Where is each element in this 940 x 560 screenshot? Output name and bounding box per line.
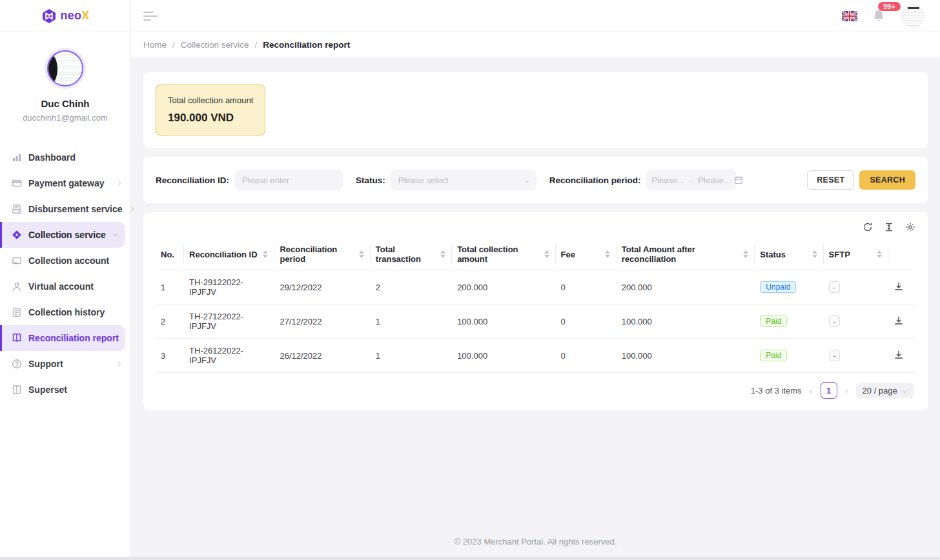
sort-icon[interactable] bbox=[544, 250, 551, 258]
prev-page-icon[interactable]: ‹ bbox=[810, 386, 813, 395]
reconciliation-report-icon bbox=[11, 333, 22, 344]
sidebar-item-label: Superset bbox=[28, 385, 123, 395]
status-select[interactable]: Please select ⌄ bbox=[391, 170, 536, 190]
total-collection-amount: 200.000 bbox=[452, 270, 555, 305]
reconciliation-id: TH-27122022-IPJFJV bbox=[184, 305, 274, 339]
total-collection-amount-box: Total collection amount 190.000 VND bbox=[156, 85, 265, 135]
sftp-tag: - bbox=[829, 315, 841, 327]
breadcrumb-item-home[interactable]: Home bbox=[143, 40, 167, 50]
reset-button[interactable]: RESET bbox=[807, 170, 854, 190]
summary-card: Total collection amount 190.000 VND bbox=[143, 72, 928, 148]
row-height-icon[interactable] bbox=[883, 221, 894, 232]
download-icon[interactable] bbox=[894, 281, 905, 293]
user-profile: Duc Chinh ducchinh1@gmail.com bbox=[0, 32, 130, 134]
footer-copyright: © 2023 Merchant Portal. All rights reser… bbox=[143, 528, 928, 560]
virtual-account-icon bbox=[11, 281, 22, 292]
logo[interactable]: neoX bbox=[0, 0, 130, 32]
horizontal-scrollbar[interactable] bbox=[0, 557, 940, 560]
column-label: No. bbox=[161, 250, 174, 259]
sftp-cell: - bbox=[824, 270, 888, 305]
total-amount-after-reconciliation: 100.000 bbox=[617, 305, 755, 339]
sidebar-item-dashboard[interactable]: Dashboard bbox=[0, 145, 130, 170]
sidebar-item-virtual-account[interactable]: Virtual account bbox=[0, 274, 130, 299]
language-flag-uk[interactable] bbox=[842, 11, 857, 21]
column-header-sftp[interactable]: SFTP bbox=[824, 239, 888, 270]
notification-badge: 99+ bbox=[878, 2, 901, 11]
actions-cell bbox=[888, 305, 915, 339]
sort-icon[interactable] bbox=[877, 250, 883, 258]
column-header-total-collection-amount[interactable]: Total collection amount bbox=[452, 239, 555, 270]
status-label: Status: bbox=[356, 175, 385, 185]
column-label: Total Amount after reconciliation bbox=[622, 245, 740, 264]
table-toolbar bbox=[156, 221, 915, 232]
actions-cell bbox=[888, 270, 915, 305]
logo-text: neoX bbox=[61, 9, 90, 23]
column-header-total-transaction[interactable]: Total transaction bbox=[371, 239, 452, 270]
menu-toggle-icon[interactable] bbox=[143, 12, 158, 21]
breadcrumb-separator: / bbox=[172, 40, 175, 50]
breadcrumb-item-reconciliation-report: Reconciliation report bbox=[263, 40, 350, 50]
pagination-summary: 1-3 of 3 items bbox=[751, 386, 802, 395]
next-page-icon[interactable]: › bbox=[845, 386, 848, 395]
calendar-icon bbox=[734, 175, 743, 185]
download-icon[interactable] bbox=[894, 350, 905, 361]
column-label: Reconciliation period bbox=[280, 245, 354, 264]
user-avatar[interactable] bbox=[45, 48, 86, 89]
disbursement-service-icon bbox=[11, 204, 22, 215]
settings-gear-icon[interactable] bbox=[904, 221, 915, 232]
period-end-placeholder: Please... bbox=[698, 175, 731, 185]
status-cell: Paid bbox=[755, 339, 823, 373]
sftp-tag: - bbox=[829, 281, 841, 293]
range-arrow-icon: → bbox=[688, 176, 695, 184]
reconciliation-id: TH-26122022-IPJFJV bbox=[184, 339, 274, 373]
sidebar-item-label: Support bbox=[28, 359, 110, 369]
search-button[interactable]: SEARCH bbox=[859, 170, 915, 190]
row-no: 2 bbox=[156, 305, 184, 339]
sidebar-item-reconciliation-report[interactable]: Reconciliation report bbox=[0, 325, 125, 351]
reconciliation-period: 29/12/2022 bbox=[274, 270, 370, 305]
column-header-reconciliation-period[interactable]: Reconciliation period bbox=[274, 239, 370, 270]
reconciliation-id-input[interactable] bbox=[234, 170, 343, 190]
sidebar-item-collection-service[interactable]: Collection service bbox=[0, 222, 125, 248]
page-size-select[interactable]: 20 / page ⌄ bbox=[856, 383, 914, 398]
topbar-avatar[interactable] bbox=[901, 5, 925, 28]
reconciliation-id-label: Reconciliation ID: bbox=[156, 175, 229, 185]
reconciliation-period-range-picker[interactable]: Please... → Please... bbox=[646, 170, 737, 190]
sidebar-item-disbursement-service[interactable]: Disbursement service bbox=[0, 196, 130, 222]
column-header-fee[interactable]: Fee bbox=[556, 239, 617, 270]
column-header-total-amount-after-reconciliation[interactable]: Total Amount after reconciliation bbox=[617, 239, 755, 270]
status-badge: Paid bbox=[760, 350, 787, 361]
total-transaction: 1 bbox=[371, 339, 452, 373]
sidebar-item-support[interactable]: Support bbox=[0, 351, 130, 377]
collection-service-icon bbox=[11, 230, 22, 241]
reconciliation-period: 26/12/2022 bbox=[274, 339, 370, 373]
sort-icon[interactable] bbox=[743, 250, 750, 258]
current-page-button[interactable]: 1 bbox=[821, 382, 837, 399]
breadcrumb-item-collection-service[interactable]: Collection service bbox=[181, 40, 249, 50]
sort-icon[interactable] bbox=[812, 250, 819, 258]
sidebar-item-collection-history[interactable]: Collection history bbox=[0, 299, 130, 325]
status-select-placeholder: Please select bbox=[398, 175, 524, 185]
column-header-reconciliation-id[interactable]: Reconciliation ID bbox=[184, 239, 274, 270]
collection-history-icon bbox=[11, 307, 22, 318]
dashboard-icon bbox=[11, 152, 22, 163]
sort-icon[interactable] bbox=[263, 250, 269, 258]
refresh-icon[interactable] bbox=[862, 221, 873, 232]
notifications-bell-icon[interactable]: 99+ bbox=[872, 8, 887, 25]
column-header-status[interactable]: Status bbox=[755, 239, 823, 270]
sidebar-item-payment-gateway[interactable]: Payment gateway bbox=[0, 170, 130, 196]
actions-cell bbox=[888, 339, 915, 373]
period-start-placeholder: Please... bbox=[652, 175, 685, 185]
sidebar-item-label: Payment gateway bbox=[28, 178, 110, 188]
sidebar-item-collection-account[interactable]: Collection account bbox=[0, 248, 130, 274]
download-icon[interactable] bbox=[894, 315, 905, 327]
column-label: Total collection amount bbox=[457, 245, 540, 264]
column-label: Status bbox=[760, 250, 786, 259]
sort-icon[interactable] bbox=[605, 250, 611, 258]
column-header-actions bbox=[888, 239, 915, 270]
filter-bar: Reconciliation ID: Status: Please select… bbox=[143, 157, 928, 203]
sort-icon[interactable] bbox=[359, 250, 365, 258]
sort-icon[interactable] bbox=[440, 250, 447, 258]
sidebar-item-superset[interactable]: Superset bbox=[0, 377, 130, 403]
sidebar-item-label: Collection service bbox=[28, 230, 106, 240]
